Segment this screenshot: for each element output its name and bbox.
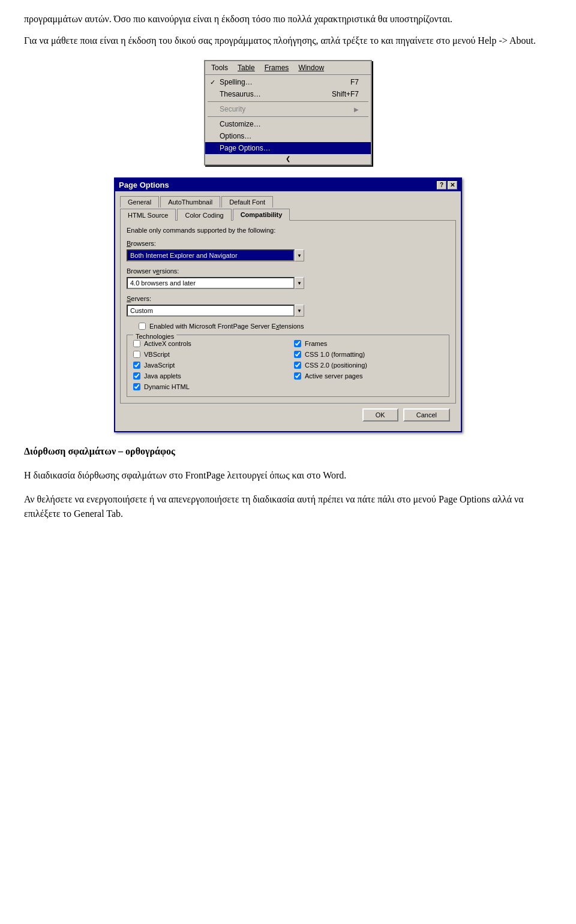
menu-bar-table[interactable]: Table <box>234 62 259 73</box>
tech-java-applets-checkbox[interactable] <box>133 372 140 380</box>
browser-versions-label: Browser versions: <box>127 267 449 275</box>
technologies-title-wrap: Technologies <box>133 330 443 341</box>
dialog-screenshot: Page Options ? ✕ General AutoThumbnail D… <box>24 177 552 432</box>
servers-label: Servers: <box>127 295 449 302</box>
menu-separator-1 <box>208 101 368 102</box>
outro-para2: Αν θελήσετε να ενεργοποιήσετε ή να απενε… <box>24 492 552 521</box>
frontpage-checkbox-row: Enabled with Microsoft FrontPage Server … <box>139 323 449 330</box>
menu-container: Tools Table Frames Window ✓ Spelling… F7… <box>204 60 372 165</box>
browsers-dropdown-wrapper: Both Internet Explorer and Navigator ▼ <box>127 249 449 261</box>
menu-item-spelling[interactable]: ✓ Spelling… F7 <box>205 76 371 88</box>
help-button[interactable]: ? <box>437 181 446 189</box>
browsers-label: Browsers: <box>127 240 449 247</box>
tech-css20-label: CSS 2.0 (positioning) <box>305 362 367 369</box>
tech-css20-checkbox[interactable] <box>294 362 301 369</box>
tech-dynamic-html: Dynamic HTML <box>133 383 282 390</box>
menu-item-thesaurus[interactable]: Thesaurus… Shift+F7 <box>205 88 371 100</box>
menu-item-page-options[interactable]: Page Options… <box>205 142 371 154</box>
tech-dynamic-html-label: Dynamic HTML <box>144 383 190 390</box>
frontpage-checkbox[interactable] <box>139 323 146 330</box>
outro-heading: Διόρθωση σφαλμάτων – ορθογράφος <box>24 444 552 459</box>
tech-active-server-checkbox[interactable] <box>294 372 301 380</box>
security-arrow: ▶ <box>354 106 359 113</box>
menu-item-spelling-shortcut: F7 <box>350 78 359 86</box>
menu-screenshot: Tools Table Frames Window ✓ Spelling… F7… <box>24 60 552 165</box>
tech-css10: CSS 1.0 (formatting) <box>294 351 443 358</box>
intro-para2: Για να μάθετε ποια είναι η έκδοση του δι… <box>24 34 552 48</box>
dialog-title: Page Options <box>119 180 169 189</box>
menu-bar-window[interactable]: Window <box>295 62 328 73</box>
tab-general[interactable]: General <box>120 196 159 207</box>
menu-bar-frames[interactable]: Frames <box>261 62 293 73</box>
tech-css10-label: CSS 1.0 (formatting) <box>305 351 365 358</box>
servers-dropdown-wrapper: Custom ▼ <box>127 305 449 317</box>
menu-more-arrow: ❮ <box>205 154 371 163</box>
instruction-text: Enable only commands supported by the fo… <box>127 227 449 234</box>
cancel-button[interactable]: Cancel <box>403 408 450 422</box>
tab-color-coding[interactable]: Color Coding <box>177 209 231 221</box>
menu-separator-2 <box>208 116 368 117</box>
check-icon: ✓ <box>210 79 220 86</box>
tab-compatibility[interactable]: Compatibility <box>233 209 290 221</box>
menu-item-thesaurus-label: Thesaurus… <box>220 90 261 98</box>
servers-select[interactable]: Custom <box>127 305 295 317</box>
tech-java-applets-label: Java applets <box>144 372 181 380</box>
tech-javascript: JavaScript <box>133 362 282 369</box>
tab-content-compatibility: Enable only commands supported by the fo… <box>120 220 456 404</box>
tab-default-font[interactable]: Default Font <box>221 196 273 207</box>
intro-para1: προγραμμάτων αυτών. Όσο πιο καινούργια ε… <box>24 12 552 26</box>
close-button[interactable]: ✕ <box>448 181 457 189</box>
menu-item-options-label: Options… <box>220 132 251 140</box>
tech-vbscript-checkbox[interactable] <box>133 351 140 358</box>
ok-button[interactable]: OK <box>362 408 398 422</box>
outro-para1: Η διαδικασία διόρθωσης σφαλμάτων στο Fro… <box>24 468 552 483</box>
menu-bar-tools[interactable]: Tools <box>208 62 232 73</box>
frontpage-checkbox-label: Enabled with Microsoft FrontPage Server … <box>149 323 304 330</box>
menu-bar: Tools Table Frames Window <box>205 61 371 75</box>
tech-grid: ActiveX controls Frames VBScript CS <box>133 340 443 393</box>
tab-html-source[interactable]: HTML Source <box>120 209 176 221</box>
tab-row-2: HTML Source Color Coding Compatibility <box>120 209 456 221</box>
menu-item-thesaurus-shortcut: Shift+F7 <box>332 90 359 98</box>
menu-item-spelling-label: Spelling… <box>220 78 253 86</box>
tech-css20: CSS 2.0 (positioning) <box>294 362 443 369</box>
browser-versions-dropdown-wrapper: 4.0 browsers and later ▼ <box>127 277 449 289</box>
technologies-title: Technologies <box>133 333 176 340</box>
dialog-window: Page Options ? ✕ General AutoThumbnail D… <box>114 177 462 432</box>
tech-css10-checkbox[interactable] <box>294 351 301 358</box>
technologies-group: Technologies ActiveX controls Frames <box>127 335 449 397</box>
dialog-body: General AutoThumbnail Default Font HTML … <box>115 191 461 431</box>
tech-active-server: Active server pages <box>294 372 443 380</box>
menu-item-customize[interactable]: Customize… <box>205 118 371 130</box>
tab-row: General AutoThumbnail Default Font <box>120 196 456 207</box>
menu-item-page-options-label: Page Options… <box>220 144 271 152</box>
servers-dropdown-arrow[interactable]: ▼ <box>295 305 304 317</box>
tech-javascript-label: JavaScript <box>144 362 175 369</box>
menu-dropdown: ✓ Spelling… F7 Thesaurus… Shift+F7 Secur… <box>205 75 371 164</box>
menu-item-security[interactable]: Security ▶ <box>205 103 371 115</box>
tech-vbscript: VBScript <box>133 351 282 358</box>
browsers-select[interactable]: Both Internet Explorer and Navigator <box>127 249 295 261</box>
outro-heading-text: Διόρθωση σφαλμάτων – ορθογράφος <box>24 446 175 456</box>
tech-java-applets: Java applets <box>133 372 282 380</box>
tech-javascript-checkbox[interactable] <box>133 362 140 369</box>
titlebar-buttons: ? ✕ <box>437 181 457 189</box>
menu-item-customize-label: Customize… <box>220 120 261 128</box>
tech-active-server-label: Active server pages <box>305 372 363 380</box>
tab-autothumbnail[interactable]: AutoThumbnail <box>160 196 220 207</box>
menu-item-options[interactable]: Options… <box>205 130 371 142</box>
browser-versions-select[interactable]: 4.0 browsers and later <box>127 277 295 289</box>
tech-dynamic-html-checkbox[interactable] <box>133 383 140 390</box>
browsers-dropdown-arrow[interactable]: ▼ <box>295 249 304 261</box>
dialog-titlebar: Page Options ? ✕ <box>115 179 461 191</box>
dialog-footer: OK Cancel <box>120 404 456 426</box>
menu-item-security-label: Security <box>220 105 245 113</box>
browser-versions-dropdown-arrow[interactable]: ▼ <box>295 277 304 289</box>
tech-vbscript-label: VBScript <box>144 351 170 358</box>
